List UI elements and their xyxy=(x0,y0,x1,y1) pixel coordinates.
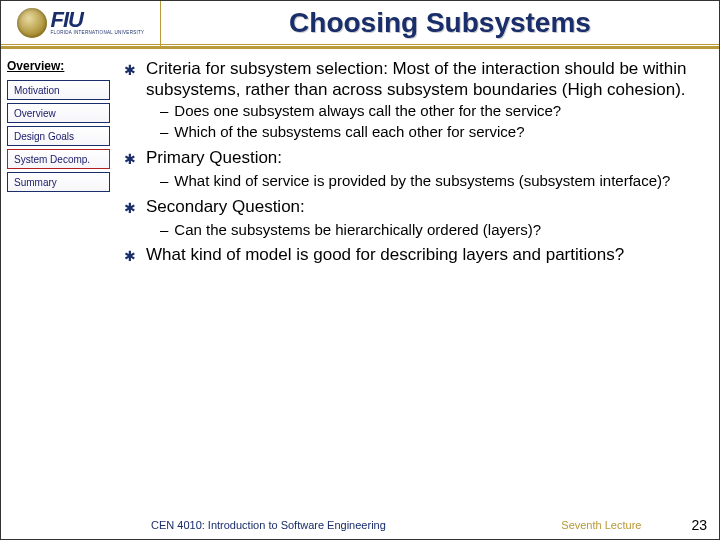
bullet-text: What kind of model is good for describin… xyxy=(146,245,701,267)
title-box: Choosing Subsystems xyxy=(161,1,719,47)
sub-bullet-item: – Does one subsystem always call the oth… xyxy=(124,102,701,121)
star-bullet-icon: ✱ xyxy=(124,245,136,267)
bullet-text: Criteria for subsystem selection: Most o… xyxy=(146,59,701,100)
bullet-text: Secondary Question: xyxy=(146,197,701,219)
sidebar-item-design-goals[interactable]: Design Goals xyxy=(7,126,110,146)
dash-bullet-icon: – xyxy=(160,123,168,142)
sub-bullet-text: What kind of service is provided by the … xyxy=(174,172,701,191)
slide-frame: FIU FLORIDA INTERNATIONAL UNIVERSITY Cho… xyxy=(0,0,720,540)
sub-bullet-item: – Can the subsystems be hierarchically o… xyxy=(124,221,701,240)
logo-box: FIU FLORIDA INTERNATIONAL UNIVERSITY xyxy=(1,1,161,47)
content-area: ✱ Criteria for subsystem selection: Most… xyxy=(116,49,719,539)
dash-bullet-icon: – xyxy=(160,172,168,191)
logo-text: FIU FLORIDA INTERNATIONAL UNIVERSITY xyxy=(51,9,145,36)
bullet-item: ✱ Primary Question: xyxy=(124,148,701,170)
bullet-item: ✱ Secondary Question: xyxy=(124,197,701,219)
sidebar-heading: Overview: xyxy=(7,59,110,73)
slide-title: Choosing Subsystems xyxy=(289,7,591,39)
footer-lecture: Seventh Lecture xyxy=(561,519,641,531)
sub-bullet-item: – What kind of service is provided by th… xyxy=(124,172,701,191)
bullet-item: ✱ Criteria for subsystem selection: Most… xyxy=(124,59,701,100)
footer-bar: CEN 4010: Introduction to Software Engin… xyxy=(1,517,719,533)
sidebar-item-system-decomp[interactable]: System Decomp. xyxy=(7,149,110,169)
logo-acronym: FIU xyxy=(51,9,145,31)
sidebar-item-motivation[interactable]: Motivation xyxy=(7,80,110,100)
university-seal-icon xyxy=(17,8,47,38)
page-number: 23 xyxy=(691,517,707,533)
sub-bullet-text: Does one subsystem always call the other… xyxy=(174,102,701,121)
sub-bullet-item: – Which of the subsystems call each othe… xyxy=(124,123,701,142)
dash-bullet-icon: – xyxy=(160,102,168,121)
sub-bullet-text: Which of the subsystems call each other … xyxy=(174,123,701,142)
sidebar-item-summary[interactable]: Summary xyxy=(7,172,110,192)
star-bullet-icon: ✱ xyxy=(124,148,136,170)
star-bullet-icon: ✱ xyxy=(124,197,136,219)
sidebar: Overview: Motivation Overview Design Goa… xyxy=(1,49,116,539)
bullet-item: ✱ What kind of model is good for describ… xyxy=(124,245,701,267)
sidebar-item-overview[interactable]: Overview xyxy=(7,103,110,123)
star-bullet-icon: ✱ xyxy=(124,59,136,100)
header-bar: FIU FLORIDA INTERNATIONAL UNIVERSITY Cho… xyxy=(1,1,719,49)
bullet-text: Primary Question: xyxy=(146,148,701,170)
sub-bullet-text: Can the subsystems be hierarchically ord… xyxy=(174,221,701,240)
dash-bullet-icon: – xyxy=(160,221,168,240)
footer-course: CEN 4010: Introduction to Software Engin… xyxy=(151,519,561,531)
body-row: Overview: Motivation Overview Design Goa… xyxy=(1,49,719,539)
logo-subtext: FLORIDA INTERNATIONAL UNIVERSITY xyxy=(51,31,145,36)
